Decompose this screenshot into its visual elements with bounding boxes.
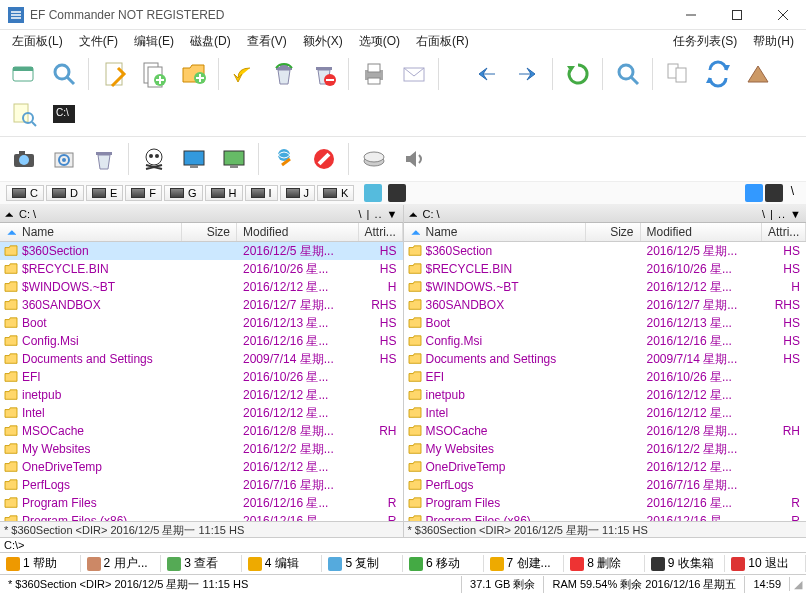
new-folder-button[interactable]	[176, 56, 212, 92]
col-name[interactable]: ⏶ Name	[404, 223, 586, 241]
file-row[interactable]: OneDriveTemp2016/12/12 星...	[0, 458, 403, 476]
file-row[interactable]: Program Files (x86)2016/12/16 星...R	[0, 512, 403, 521]
path-dots[interactable]: \ | .. ▼	[358, 208, 398, 220]
file-row[interactable]: MSOCache2016/12/8 星期...RH	[0, 422, 403, 440]
file-row[interactable]: My Websites2016/12/2 星期...	[404, 440, 807, 458]
file-row[interactable]: EFI2016/10/26 星...	[404, 368, 807, 386]
menu-tasks[interactable]: 任务列表(S)	[665, 31, 745, 52]
drive-f-button[interactable]: F	[125, 185, 162, 201]
file-row[interactable]: $WINDOWS.~BT2016/12/12 星...H	[0, 278, 403, 296]
fn-9-button[interactable]: 9 收集箱	[645, 555, 726, 572]
left-file-list[interactable]: ⏶ NameSizeModifiedAttri...$360Section201…	[0, 223, 403, 521]
file-row[interactable]: Config.Msi2016/12/16 星...HS	[404, 332, 807, 350]
mail-button[interactable]	[396, 56, 432, 92]
back-button[interactable]	[470, 56, 506, 92]
file-row[interactable]: OneDriveTemp2016/12/12 星...	[404, 458, 807, 476]
network-button[interactable]	[266, 141, 302, 177]
fn-5-button[interactable]: 5 复制	[322, 555, 403, 572]
file-row[interactable]: Intel2016/12/12 星...	[0, 404, 403, 422]
file-row[interactable]: Boot2016/12/13 星...HS	[404, 314, 807, 332]
file-row[interactable]: PerfLogs2016/7/16 星期...	[0, 476, 403, 494]
new-file-button[interactable]	[136, 56, 172, 92]
file-row[interactable]: inetpub2016/12/12 星...	[0, 386, 403, 404]
file-row[interactable]: Config.Msi2016/12/16 星...HS	[0, 332, 403, 350]
view-button[interactable]	[46, 56, 82, 92]
camera-button[interactable]	[6, 141, 42, 177]
menu-right-panel[interactable]: 右面板(R)	[408, 31, 477, 52]
file-row[interactable]: PerfLogs2016/7/16 星期...	[404, 476, 807, 494]
col-size[interactable]: Size	[586, 223, 641, 241]
console-button[interactable]: C:\	[46, 96, 82, 132]
block-button[interactable]	[306, 141, 342, 177]
right-drive-icon-0[interactable]	[745, 184, 763, 202]
drive-d-button[interactable]: D	[46, 185, 84, 201]
drive-info-button[interactable]	[356, 141, 392, 177]
file-row[interactable]: $RECYCLE.BIN2016/10/26 星...HS	[0, 260, 403, 278]
col-attr[interactable]: Attri...	[762, 223, 806, 241]
fn-1-button[interactable]: 1 帮助	[0, 555, 81, 572]
right-drive-icon-1[interactable]	[765, 184, 783, 202]
trash-button[interactable]	[86, 141, 122, 177]
menu-file[interactable]: 文件(F)	[71, 31, 126, 52]
file-row[interactable]: $RECYCLE.BIN2016/10/26 星...HS	[404, 260, 807, 278]
compress-button[interactable]	[740, 56, 776, 92]
sync-button[interactable]	[700, 56, 736, 92]
undo-button[interactable]	[226, 56, 262, 92]
search-button[interactable]	[610, 56, 646, 92]
col-modified[interactable]: Modified	[237, 223, 359, 241]
menu-view[interactable]: 查看(V)	[239, 31, 295, 52]
drive-h-button[interactable]: H	[205, 185, 243, 201]
file-row[interactable]: Program Files2016/12/16 星...R	[0, 494, 403, 512]
file-row[interactable]: Documents and Settings2009/7/14 星期...HS	[404, 350, 807, 368]
drive-e-button[interactable]: E	[86, 185, 123, 201]
fn-2-button[interactable]: 2 用户...	[81, 555, 162, 572]
col-size[interactable]: Size	[182, 223, 237, 241]
refresh-button[interactable]	[560, 56, 596, 92]
forward-button[interactable]	[510, 56, 546, 92]
maximize-button[interactable]	[714, 0, 760, 30]
up-icon[interactable]: ⏶	[408, 208, 419, 220]
file-row[interactable]: Intel2016/12/12 星...	[404, 404, 807, 422]
fn-3-button[interactable]: 3 查看	[161, 555, 242, 572]
file-row[interactable]: 360SANDBOX2016/12/7 星期...RHS	[0, 296, 403, 314]
find-file-button[interactable]	[6, 96, 42, 132]
skull-button[interactable]	[136, 141, 172, 177]
fn-10-button[interactable]: 10 退出	[725, 555, 806, 572]
delete-button[interactable]	[306, 56, 342, 92]
file-row[interactable]: $360Section2016/12/5 星期...HS	[404, 242, 807, 260]
print-button[interactable]	[356, 56, 392, 92]
file-row[interactable]: 360SANDBOX2016/12/7 星期...RHS	[404, 296, 807, 314]
menu-help[interactable]: 帮助(H)	[745, 31, 802, 52]
right-panel-header[interactable]: ⏶ C: \ \ | .. ▼	[404, 205, 807, 223]
file-row[interactable]: Program Files (x86)2016/12/16 星...R	[404, 512, 807, 521]
cloud-icon[interactable]	[364, 184, 382, 202]
screen-button[interactable]	[176, 141, 212, 177]
screen2-button[interactable]	[216, 141, 252, 177]
drive-j-button[interactable]: J	[280, 185, 316, 201]
file-row[interactable]: Documents and Settings2009/7/14 星期...HS	[0, 350, 403, 368]
fn-7-button[interactable]: 7 创建...	[484, 555, 565, 572]
file-row[interactable]: $360Section2016/12/5 星期...HS	[0, 242, 403, 260]
file-row[interactable]: MSOCache2016/12/8 星期...RH	[404, 422, 807, 440]
file-row[interactable]: EFI2016/10/26 星...	[0, 368, 403, 386]
right-file-list[interactable]: ⏶ NameSizeModifiedAttri...$360Section201…	[404, 223, 807, 521]
drive-k-button[interactable]: K	[317, 185, 354, 201]
close-button[interactable]	[760, 0, 806, 30]
device-icon[interactable]	[388, 184, 406, 202]
file-row[interactable]: My Websites2016/12/2 星期...	[0, 440, 403, 458]
menu-disk[interactable]: 磁盘(D)	[182, 31, 239, 52]
recycle-button[interactable]	[266, 56, 302, 92]
drive-g-button[interactable]: G	[164, 185, 203, 201]
fn-6-button[interactable]: 6 移动	[403, 555, 484, 572]
file-row[interactable]: Boot2016/12/13 星...HS	[0, 314, 403, 332]
menu-extra[interactable]: 额外(X)	[295, 31, 351, 52]
command-line[interactable]: C:\>	[0, 537, 806, 553]
fn-8-button[interactable]: 8 删除	[564, 555, 645, 572]
menu-options[interactable]: 选项(O)	[351, 31, 408, 52]
file-row[interactable]: Program Files2016/12/16 星...R	[404, 494, 807, 512]
col-name[interactable]: ⏶ Name	[0, 223, 182, 241]
col-attr[interactable]: Attri...	[359, 223, 403, 241]
path-dots[interactable]: \ | .. ▼	[762, 208, 802, 220]
drive-c-button[interactable]: C	[6, 185, 44, 201]
status-resize-grip[interactable]: ◢	[790, 578, 806, 591]
